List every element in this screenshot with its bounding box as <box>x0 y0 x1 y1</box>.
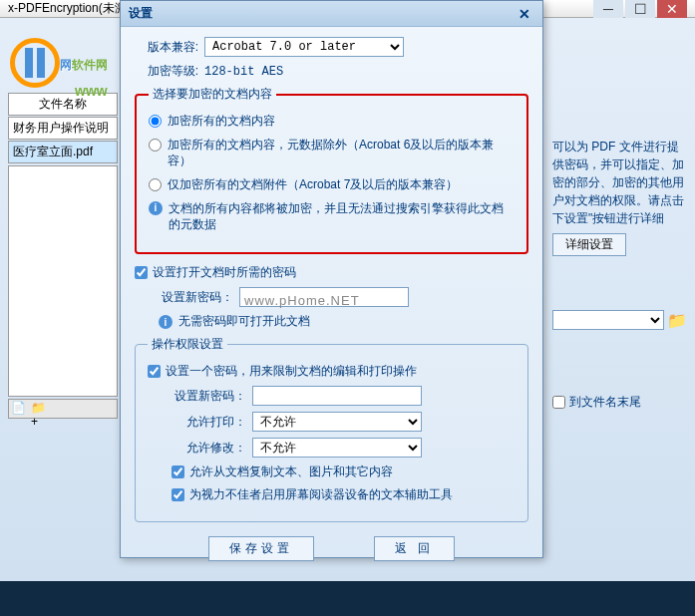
folder-icon[interactable]: 📁 <box>667 311 687 329</box>
enc-radio-attachments[interactable] <box>149 178 162 191</box>
restrict-checkbox[interactable] <box>148 365 161 378</box>
open-password-checkbox[interactable] <box>135 266 148 279</box>
restrict-label: 设置一个密码，用来限制文档的编辑和打印操作 <box>166 363 417 380</box>
add-file-icon[interactable]: 📄 <box>11 401 27 417</box>
allow-modify-select[interactable]: 不允许 <box>252 438 422 458</box>
no-password-note: 无需密码即可打开此文档 <box>178 313 310 330</box>
allow-print-label: 允许打印： <box>172 414 246 431</box>
compat-label: 版本兼容: <box>135 39 204 56</box>
info-icon: i <box>159 315 173 329</box>
new-password-label: 设置新密码： <box>159 289 233 306</box>
enc-radio-all[interactable] <box>149 115 162 128</box>
list-item[interactable]: 财务用户操作说明 <box>8 117 118 140</box>
file-list-panel: 文件名称 财务用户操作说明 医疗室立面.pdf 📄 📁+ <box>8 93 118 419</box>
append-suffix-checkbox[interactable] <box>552 396 565 409</box>
watermark-logo: 网软件网 <box>10 38 108 88</box>
level-label: 加密等级: <box>135 63 204 80</box>
close-button[interactable]: ✕ <box>657 0 687 18</box>
help-text: 可以为 PDF 文件进行提供密码，并可以指定、加密的部分、加密的其他用户对文档的… <box>552 138 687 227</box>
encryption-content-group: 选择要加密的文档内容 加密所有的文档内容 加密所有的文档内容，元数据除外（Acr… <box>135 86 528 254</box>
enc-opt-attachments[interactable]: 仅加密所有的文档附件（Acrobat 7及以后的版本兼容） <box>149 176 515 192</box>
file-toolbar: 📄 📁+ <box>8 399 118 419</box>
right-panel: 可以为 PDF 文件进行提供密码，并可以指定、加密的部分、加密的其他用户对文档的… <box>552 138 687 411</box>
compat-select[interactable]: Acrobat 7.0 or later <box>204 37 404 57</box>
enc-opt-except-meta[interactable]: 加密所有的文档内容，元数据除外（Acrobat 6及以后的版本兼容） <box>149 137 515 168</box>
output-path-select[interactable] <box>552 310 664 330</box>
allow-print-select[interactable]: 不允许 <box>252 412 422 432</box>
list-item[interactable]: 医疗室立面.pdf <box>8 141 118 163</box>
allow-a11y-label: 为视力不佳者启用屏幕阅读器设备的文本辅助工具 <box>189 486 453 503</box>
encryption-legend: 选择要加密的文档内容 <box>149 86 276 103</box>
allow-copy-label: 允许从文档复制文本、图片和其它内容 <box>189 463 393 480</box>
info-icon: i <box>149 201 163 215</box>
allow-copy-checkbox[interactable] <box>172 465 184 478</box>
enc-opt-all[interactable]: 加密所有的文档内容 <box>149 113 515 129</box>
maximize-button[interactable]: ☐ <box>625 0 655 18</box>
allow-modify-label: 允许修改： <box>172 440 246 457</box>
taskbar <box>0 581 695 616</box>
enc-radio-except-meta[interactable] <box>149 139 162 152</box>
append-suffix-label: 到文件名末尾 <box>569 394 641 411</box>
perm-password-label: 设置新密码： <box>172 388 246 405</box>
watermark-center: www.pHome.NET <box>244 293 360 308</box>
permissions-group: 操作权限设置 设置一个密码，用来限制文档的编辑和打印操作 设置新密码： 允许打印… <box>135 336 528 522</box>
permissions-legend: 操作权限设置 <box>148 336 227 353</box>
save-settings-button[interactable]: 保存设置 <box>208 536 314 561</box>
settings-dialog: 设置 ✕ 版本兼容: Acrobat 7.0 or later 加密等级: 12… <box>120 0 543 558</box>
detail-settings-button[interactable]: 详细设置 <box>552 233 626 256</box>
watermark-url: www <box>75 83 108 99</box>
file-list-body[interactable] <box>8 165 118 397</box>
allow-a11y-checkbox[interactable] <box>172 488 184 501</box>
dialog-titlebar[interactable]: 设置 ✕ <box>121 1 542 27</box>
level-value: 128-bit AES <box>204 65 283 79</box>
dialog-title: 设置 <box>129 5 153 22</box>
open-password-label: 设置打开文档时所需的密码 <box>153 264 296 281</box>
back-button[interactable]: 返 回 <box>374 536 455 561</box>
add-folder-icon[interactable]: 📁+ <box>31 401 47 417</box>
enc-info-row: i 文档的所有内容都将被加密，并且无法通过搜索引擎获得此文档的元数据 <box>149 200 515 232</box>
dialog-close-icon[interactable]: ✕ <box>515 5 534 23</box>
minimize-button[interactable]: ─ <box>593 0 623 18</box>
perm-password-input[interactable] <box>252 386 422 406</box>
